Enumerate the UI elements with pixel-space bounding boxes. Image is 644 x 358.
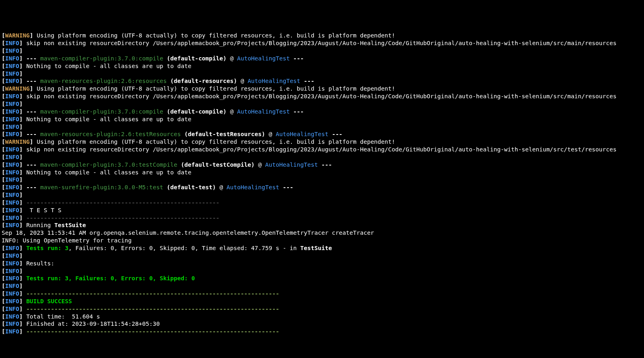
log-segment: [ — [2, 154, 5, 160]
log-segment: INFO — [5, 260, 19, 267]
log-segment: @ — [230, 108, 237, 115]
log-segment: ] — [19, 192, 23, 198]
log-line: [INFO] --- maven-resources-plugin:2.6:te… — [2, 130, 642, 138]
log-line: [INFO] ---------------------------------… — [2, 305, 642, 313]
log-segment: INFO — [5, 313, 19, 320]
log-segment: [ — [2, 321, 5, 327]
log-segment: [ — [2, 93, 5, 99]
log-segment: INFO — [5, 252, 19, 259]
log-segment: INFO — [5, 161, 19, 168]
log-line: [INFO] skip non existing resourceDirecto… — [2, 93, 642, 100]
log-segment: [ — [2, 32, 5, 39]
log-segment: [ — [2, 199, 5, 206]
log-segment: skip non existing resourceDirectory /Use… — [26, 40, 617, 46]
log-segment: [ — [2, 131, 5, 137]
log-segment: INFO — [5, 146, 19, 153]
log-segment: Tests run: 3 — [26, 245, 68, 251]
log-segment: (default-resources) — [167, 78, 240, 84]
log-segment: [ — [2, 313, 5, 320]
log-segment: Total time: 51.604 s — [26, 313, 100, 320]
log-segment: ----------------------------------------… — [26, 306, 279, 312]
log-segment: --- — [328, 131, 343, 137]
log-segment: --- — [300, 78, 314, 84]
log-segment: Nothing to compile - all classes are up … — [26, 169, 191, 176]
log-segment: --- — [290, 55, 304, 62]
log-line: [INFO] skip non existing resourceDirecto… — [2, 39, 642, 47]
log-segment: Results: — [26, 260, 54, 267]
log-segment: [ — [2, 207, 5, 213]
log-line: [INFO] Results: — [2, 260, 642, 267]
log-segment: @ — [230, 55, 237, 62]
log-segment: [ — [2, 176, 5, 183]
log-segment: ] — [19, 298, 26, 304]
log-segment: [ — [2, 40, 5, 46]
log-segment: @ — [258, 161, 265, 168]
log-segment: BUILD SUCCESS — [26, 298, 72, 304]
log-segment: ] — [19, 290, 26, 297]
log-segment: [ — [2, 192, 5, 198]
log-segment: ] — [19, 184, 26, 190]
terminal-output[interactable]: [WARNING] Using platform encoding (UTF-8… — [2, 32, 642, 335]
log-segment: AutoHealingTest — [237, 55, 290, 62]
log-line: [WARNING] Using platform encoding (UTF-8… — [2, 32, 642, 39]
log-segment: --- — [279, 184, 293, 190]
log-segment: (default-testCompile) — [178, 161, 258, 168]
log-segment: ----------------------------------------… — [26, 199, 219, 206]
log-segment: --- — [318, 161, 332, 168]
log-segment: [ — [2, 101, 5, 107]
log-segment: INFO — [5, 131, 19, 137]
log-segment: [ — [2, 70, 5, 77]
log-line: [INFO] Tests run: 3, Failures: 0, Errors… — [2, 275, 642, 282]
log-segment: INFO — [5, 124, 19, 130]
log-segment: Nothing to compile - all classes are up … — [26, 63, 191, 69]
log-segment: [ — [2, 108, 5, 115]
log-segment: INFO — [5, 306, 19, 312]
log-segment: INFO — [5, 222, 19, 228]
log-segment: [ — [2, 161, 5, 168]
log-segment: ] — [19, 306, 26, 312]
log-segment: ----------------------------------------… — [26, 215, 219, 221]
log-line: [INFO] ---------------------------------… — [2, 214, 642, 222]
log-segment: [ — [2, 275, 5, 281]
log-segment: INFO — [5, 192, 19, 198]
log-segment: (default-testResources) — [181, 131, 268, 137]
log-segment: INFO — [5, 298, 19, 304]
log-segment: Finished at: 2023-09-18T11:54:28+05:30 — [26, 321, 160, 327]
log-segment: Using platform encoding (UTF-8 actually)… — [37, 85, 395, 92]
log-segment: [ — [2, 298, 5, 304]
log-segment: [ — [2, 169, 5, 176]
log-segment: [ — [2, 78, 5, 84]
log-segment: INFO: Using OpenTelemetry for tracing — [2, 237, 132, 244]
log-line: [INFO] — [2, 153, 642, 161]
log-line: [INFO] --- maven-resources-plugin:2.6:re… — [2, 77, 642, 85]
log-segment: (default-compile) — [163, 55, 230, 62]
log-segment: --- — [26, 78, 40, 84]
log-segment: INFO — [5, 70, 19, 77]
log-segment: --- — [26, 184, 40, 190]
log-segment: --- — [26, 131, 40, 137]
log-segment: INFO — [5, 154, 19, 160]
log-segment: [ — [2, 63, 5, 69]
log-line: [INFO] Nothing to compile - all classes … — [2, 116, 642, 123]
log-segment: ] — [19, 268, 23, 274]
log-segment: ] — [19, 176, 23, 183]
log-segment: INFO — [5, 215, 19, 221]
log-segment: INFO — [5, 184, 19, 190]
log-segment: @ — [219, 184, 226, 190]
log-segment: TestSuite — [300, 245, 332, 251]
log-segment: INFO — [5, 199, 19, 206]
log-segment: ] — [19, 161, 26, 168]
log-segment: [ — [2, 268, 5, 274]
log-segment: @ — [269, 131, 276, 137]
log-segment: ] — [19, 154, 23, 160]
log-segment: (default-compile) — [163, 108, 230, 115]
log-segment: [ — [2, 124, 5, 130]
log-line: [WARNING] Using platform encoding (UTF-8… — [2, 85, 642, 93]
log-line: [INFO] BUILD SUCCESS — [2, 298, 642, 305]
log-line: [INFO] — [2, 100, 642, 108]
log-segment: [ — [2, 260, 5, 267]
log-segment: AutoHealingTest — [276, 131, 328, 137]
log-segment: (default-test) — [163, 184, 220, 190]
log-segment: INFO — [5, 40, 19, 46]
log-segment: ] — [19, 328, 26, 335]
